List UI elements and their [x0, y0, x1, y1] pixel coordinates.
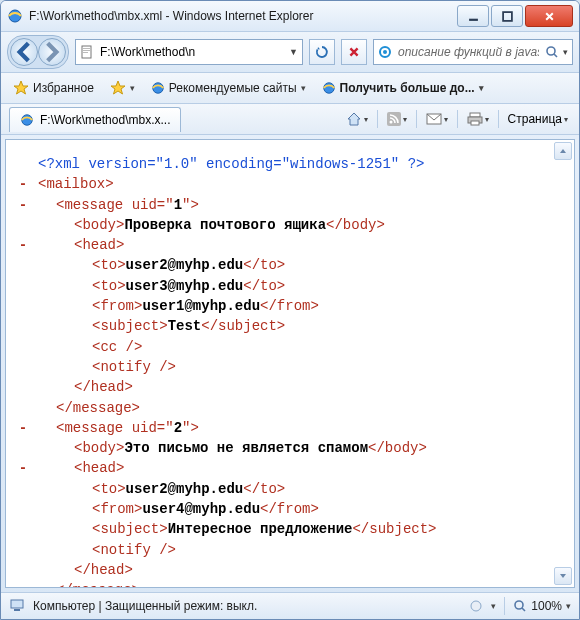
add-favorite-button[interactable]: ▾: [106, 78, 139, 98]
ie-icon: [7, 8, 23, 24]
search-box[interactable]: ▾: [373, 39, 573, 65]
address-dropdown-icon[interactable]: ▼: [289, 47, 298, 57]
chevron-down-icon: ▾: [130, 83, 135, 93]
svg-point-22: [515, 601, 523, 609]
favorites-bar: Избранное ▾ Рекомендуемые сайты ▾ Получи…: [1, 73, 579, 104]
recommended-sites-button[interactable]: Рекомендуемые сайты ▾: [147, 79, 310, 97]
svg-point-14: [389, 121, 392, 124]
xml-node: <body>Проверка почтового ящика</body>: [16, 215, 556, 235]
window-title: F:\Work\method\mbx.xml - Windows Interne…: [29, 9, 455, 23]
nav-toolbar: ▼ ▾: [1, 32, 579, 73]
collapse-icon[interactable]: -: [16, 418, 30, 438]
xml-node: </head>: [16, 560, 556, 580]
file-icon: [80, 45, 94, 59]
search-go-icon[interactable]: [545, 45, 559, 59]
separator: [377, 110, 378, 128]
svg-rect-19: [11, 600, 23, 608]
collapse-icon[interactable]: -: [16, 458, 30, 478]
scroll-down-button[interactable]: [554, 567, 572, 585]
stop-button[interactable]: [341, 39, 367, 65]
search-input[interactable]: [396, 44, 541, 60]
back-button[interactable]: [10, 38, 38, 66]
chevron-down-icon: ▾: [479, 83, 484, 93]
svg-point-9: [547, 47, 555, 55]
zoom-value: 100%: [531, 599, 562, 613]
separator: [416, 110, 417, 128]
xml-node: <from>user4@myhp.edu</from>: [16, 499, 556, 519]
mail-button[interactable]: ▾: [423, 110, 451, 128]
svg-rect-4: [83, 48, 90, 49]
status-bar: Компьютер | Защищенный режим: выкл. ▾ 10…: [1, 592, 579, 619]
browser-window: F:\Work\method\mbx.xml - Windows Interne…: [0, 0, 580, 620]
svg-rect-6: [83, 52, 88, 53]
scroll-up-button[interactable]: [554, 142, 572, 160]
collapse-icon[interactable]: -: [16, 235, 30, 255]
svg-rect-18: [471, 121, 479, 125]
refresh-button[interactable]: [309, 39, 335, 65]
xml-node: <notify />: [16, 357, 556, 377]
get-more-button[interactable]: Получить больше до... ▾: [318, 79, 488, 97]
active-tab[interactable]: F:\Work\method\mbx.x...: [9, 107, 181, 132]
xml-node: <from>user1@myhp.edu</from>: [16, 296, 556, 316]
favorites-button[interactable]: Избранное: [9, 78, 98, 98]
xml-node: -<message uid="1">: [16, 195, 556, 215]
minimize-button[interactable]: [457, 5, 489, 27]
xml-node: <subject>Интересное предложение</subject…: [16, 519, 556, 539]
star-add-icon: [110, 80, 126, 96]
collapse-icon[interactable]: -: [16, 195, 30, 215]
xml-node: <subject>Test</subject>: [16, 316, 556, 336]
content-area[interactable]: <?xml version="1.0" encoding="windows-12…: [5, 139, 575, 588]
xml-node: <to>user3@myhp.edu</to>: [16, 276, 556, 296]
chevron-down-icon: ▾: [301, 83, 306, 93]
nav-buttons-group: [7, 35, 69, 69]
favorites-label: Избранное: [33, 81, 94, 95]
computer-icon: [9, 599, 25, 613]
svg-point-11: [323, 83, 334, 94]
page-menu-label: Страница: [508, 112, 562, 126]
zoom-icon: [513, 599, 527, 613]
svg-point-0: [9, 10, 21, 22]
xml-node: </head>: [16, 377, 556, 397]
xml-node: <cc />: [16, 337, 556, 357]
xml-node: </message>: [16, 580, 556, 588]
xml-node: -<head>: [16, 235, 556, 255]
security-indicator[interactable]: [469, 599, 483, 613]
chevron-down-icon[interactable]: ▾: [491, 601, 496, 611]
separator: [457, 110, 458, 128]
ie-small-icon: [322, 81, 336, 95]
feeds-button[interactable]: ▾: [384, 110, 410, 128]
page-menu[interactable]: Страница▾: [505, 110, 571, 128]
svg-rect-1: [469, 18, 478, 20]
collapse-icon[interactable]: -: [16, 174, 30, 194]
svg-rect-20: [14, 609, 20, 611]
zoom-control[interactable]: 100% ▾: [513, 599, 571, 613]
xml-declaration: <?xml version="1.0" encoding="windows-12…: [38, 156, 424, 172]
svg-point-8: [383, 50, 387, 54]
titlebar: F:\Work\method\mbx.xml - Windows Interne…: [1, 1, 579, 32]
chevron-down-icon[interactable]: ▾: [566, 601, 571, 611]
tab-label: F:\Work\method\mbx.x...: [40, 113, 170, 127]
xml-node: -<message uid="2">: [16, 418, 556, 438]
separator: [498, 110, 499, 128]
home-button[interactable]: ▾: [343, 109, 371, 129]
print-button[interactable]: ▾: [464, 110, 492, 128]
xml-node: <to>user2@myhp.edu</to>: [16, 255, 556, 275]
svg-point-10: [153, 83, 164, 94]
window-buttons: [455, 5, 573, 27]
xml-node: <to>user2@myhp.edu</to>: [16, 479, 556, 499]
address-input[interactable]: [98, 44, 285, 60]
command-bar: ▾ ▾ ▾ ▾ Страница▾: [343, 109, 571, 129]
forward-button[interactable]: [38, 38, 66, 66]
separator: [504, 597, 505, 615]
svg-point-12: [22, 114, 33, 125]
xml-node: <notify />: [16, 540, 556, 560]
xml-node: -<mailbox>: [16, 174, 556, 194]
status-text: Компьютер | Защищенный режим: выкл.: [33, 599, 257, 613]
recommended-label: Рекомендуемые сайты: [169, 81, 297, 95]
address-bar[interactable]: ▼: [75, 39, 303, 65]
svg-point-21: [471, 601, 481, 611]
maximize-button[interactable]: [491, 5, 523, 27]
close-button[interactable]: [525, 5, 573, 27]
search-dropdown-icon[interactable]: ▾: [563, 47, 568, 57]
xml-node: -<head>: [16, 458, 556, 478]
